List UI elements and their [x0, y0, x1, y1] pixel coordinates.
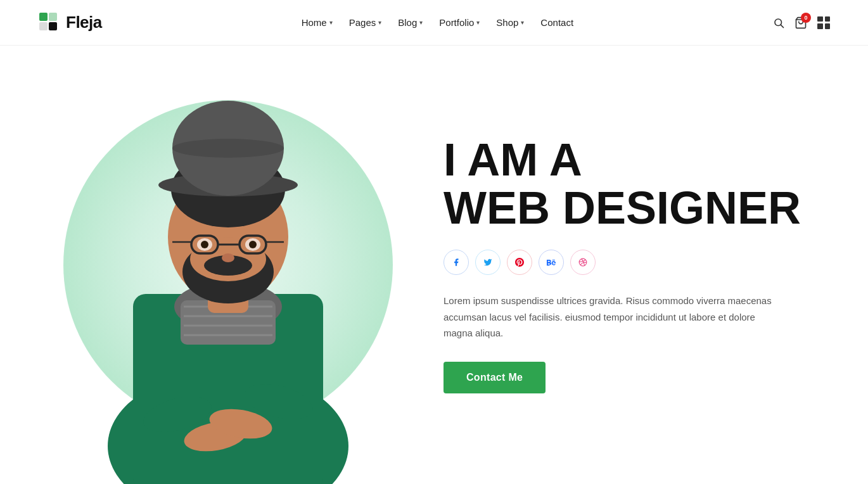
social-icons: [444, 250, 830, 275]
svg-rect-2: [39, 22, 48, 30]
dribbble-icon[interactable]: [570, 250, 596, 275]
person-illustration: [82, 79, 374, 484]
cart-button[interactable]: 0: [795, 16, 807, 29]
twitter-icon[interactable]: [475, 250, 501, 275]
chevron-down-icon: ▾: [476, 19, 480, 26]
cart-badge: 0: [801, 13, 811, 23]
nav-item-shop[interactable]: Shop ▾: [490, 13, 530, 32]
nav-links: Home ▾ Pages ▾ Blog ▾ Portfolio ▾ Shop: [295, 13, 580, 32]
contact-me-button[interactable]: Contact Me: [444, 362, 546, 393]
search-button[interactable]: [773, 17, 784, 29]
nav-item-blog[interactable]: Blog ▾: [392, 13, 429, 32]
navbar: Fleja Home ▾ Pages ▾ Blog ▾ Portfolio ▾: [0, 0, 868, 46]
grid-menu-button[interactable]: [817, 16, 830, 29]
search-icon: [773, 17, 784, 29]
nav-item-portfolio[interactable]: Portfolio ▾: [433, 13, 486, 32]
chevron-down-icon: ▾: [329, 19, 333, 26]
hero-title: I AM A WEB DESIGNER: [444, 136, 830, 232]
logo-icon: [38, 11, 61, 34]
brand-name: Fleja: [66, 13, 102, 32]
hero-description: Lorem ipsum suspendisse ultrices gravida…: [444, 293, 773, 341]
hero-section: I AM A WEB DESIGNER Lorem ipsum suspendi…: [0, 46, 868, 484]
svg-point-36: [249, 241, 257, 248]
svg-point-37: [222, 253, 234, 262]
behance-icon[interactable]: [539, 250, 564, 275]
pinterest-icon[interactable]: [507, 250, 532, 275]
nav-item-pages[interactable]: Pages ▾: [343, 13, 388, 32]
svg-rect-3: [49, 22, 57, 30]
facebook-icon[interactable]: [444, 250, 469, 275]
hero-content: I AM A WEB DESIGNER Lorem ipsum suspendi…: [405, 136, 830, 393]
grid-icon: [817, 16, 830, 29]
chevron-down-icon: ▾: [521, 19, 524, 26]
svg-point-27: [172, 139, 284, 158]
logo[interactable]: Fleja: [38, 11, 102, 34]
hero-image: [51, 46, 405, 484]
svg-point-35: [201, 241, 208, 248]
nav-item-contact[interactable]: Contact: [534, 13, 580, 32]
svg-rect-1: [49, 13, 57, 21]
nav-item-home[interactable]: Home ▾: [295, 13, 339, 32]
svg-rect-0: [39, 13, 48, 21]
nav-actions: 0: [773, 16, 830, 29]
svg-line-5: [781, 25, 783, 27]
chevron-down-icon: ▾: [419, 19, 423, 26]
chevron-down-icon: ▾: [378, 19, 381, 26]
